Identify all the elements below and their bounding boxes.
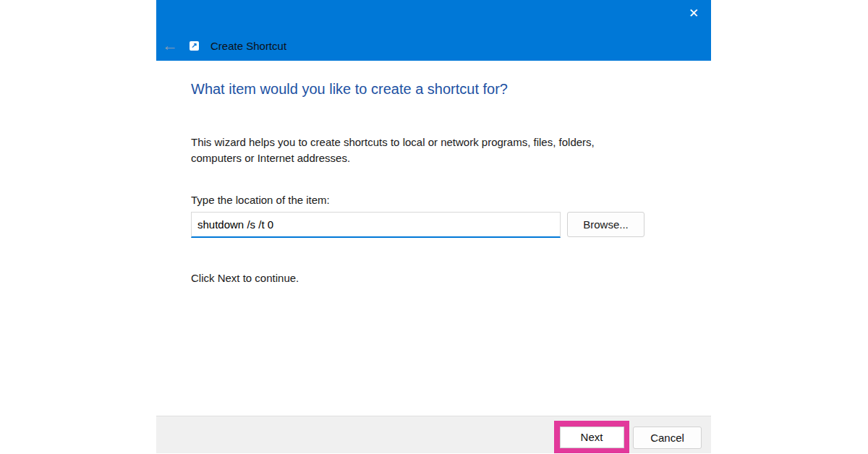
wizard-description: This wizard helps you to create shortcut…: [191, 134, 636, 166]
dialog-body: What item would you like to create a sho…: [156, 61, 711, 416]
title-bar-row: ← ↗ Create Shortcut: [156, 39, 711, 52]
page-title: What item would you like to create a sho…: [191, 81, 508, 98]
create-shortcut-dialog: ✕ ← ↗ Create Shortcut What item would yo…: [156, 0, 711, 453]
shortcut-overlay-icon: ↗: [190, 41, 199, 51]
footer-bar: Next Cancel: [156, 416, 711, 453]
next-instruction: Click Next to continue.: [191, 272, 299, 284]
window-title: Create Shortcut: [210, 40, 286, 52]
location-label: Type the location of the item:: [191, 194, 330, 206]
next-button[interactable]: Next: [560, 427, 624, 448]
back-icon[interactable]: ←: [156, 39, 184, 52]
browse-button[interactable]: Browse...: [567, 212, 644, 237]
cancel-button[interactable]: Cancel: [633, 427, 702, 449]
close-icon[interactable]: ✕: [685, 4, 702, 22]
location-input[interactable]: [191, 212, 561, 238]
next-button-highlight: Next: [554, 421, 629, 453]
title-bar: ✕ ← ↗ Create Shortcut: [156, 0, 711, 61]
